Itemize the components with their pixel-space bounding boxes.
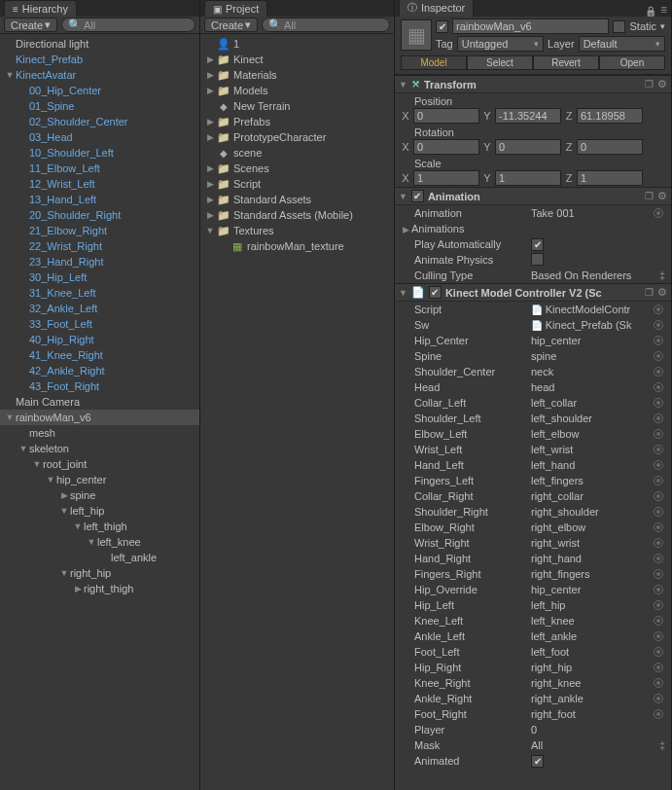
tree-item[interactable]: ▶Standard Assets (Mobile) — [200, 207, 394, 223]
expand-arrow-icon[interactable]: ▼ — [18, 444, 29, 453]
object-picker-icon[interactable] — [654, 491, 663, 501]
object-picker-icon[interactable] — [654, 476, 663, 485]
property-value[interactable]: left_elbow — [531, 428, 650, 440]
rot-z-input[interactable] — [577, 139, 643, 155]
object-picker-icon[interactable] — [654, 538, 663, 548]
tree-item[interactable]: 30_Hip_Left — [0, 269, 199, 285]
tree-item[interactable]: 11_Elbow_Left — [0, 161, 199, 176]
object-picker-icon[interactable] — [654, 398, 663, 408]
object-picker-icon[interactable] — [654, 460, 663, 470]
help-icon[interactable]: ❐ — [645, 287, 654, 298]
tree-item[interactable]: 20_Shoulder_Right — [0, 207, 199, 223]
property-value[interactable]: 📄 KinectModelContr — [531, 304, 650, 315]
tree-item[interactable]: 10_Shoulder_Left — [0, 145, 199, 161]
object-picker-icon[interactable] — [654, 600, 663, 610]
tree-item[interactable]: 12_Wrist_Left — [0, 176, 199, 192]
property-value[interactable]: right_wrist — [531, 537, 650, 549]
expand-arrow-icon[interactable]: ▶ — [204, 132, 216, 142]
tree-item[interactable]: 42_Ankle_Right — [0, 363, 199, 378]
property-value[interactable]: right_elbow — [531, 521, 650, 533]
tree-item[interactable]: mesh — [0, 425, 199, 441]
tree-item[interactable]: ▶PrototypeCharacter — [200, 129, 394, 145]
tree-item[interactable]: ▼KinectAvatar — [0, 67, 199, 83]
object-picker-icon[interactable] — [654, 616, 663, 626]
foldout-arrow-icon[interactable]: ▼ — [399, 80, 407, 90]
property-value[interactable]: All‡ — [531, 739, 665, 751]
tree-item[interactable]: ▶Prefabs — [200, 114, 394, 129]
tree-item[interactable]: ▼right_hip — [0, 565, 199, 581]
property-value[interactable]: spine — [531, 350, 650, 362]
object-picker-icon[interactable] — [654, 367, 663, 377]
object-picker-icon[interactable] — [654, 351, 663, 361]
property-value[interactable]: left_collar — [531, 397, 650, 409]
property-value[interactable]: left_foot — [531, 646, 650, 658]
project-search-input[interactable]: 🔍 All — [262, 18, 390, 32]
gear-icon[interactable] — [657, 78, 667, 90]
expand-arrow-icon[interactable]: ▶ — [204, 163, 216, 173]
expand-arrow-icon[interactable]: ▼ — [58, 568, 70, 578]
foldout-arrow-icon[interactable]: ▼ — [399, 288, 407, 298]
tree-item[interactable]: 31_Knee_Left — [0, 285, 199, 301]
property-value[interactable] — [531, 253, 665, 268]
object-picker-icon[interactable] — [654, 445, 663, 454]
tree-item[interactable]: ▼hip_center — [0, 472, 199, 487]
property-value[interactable]: left_wrist — [531, 444, 650, 455]
expand-arrow-icon[interactable]: ▶ — [204, 70, 216, 80]
property-value[interactable]: right_foot — [531, 708, 650, 720]
expand-arrow-icon[interactable]: ▶ — [204, 195, 216, 204]
property-value[interactable]: left_shoulder — [531, 413, 650, 424]
object-picker-icon[interactable] — [654, 305, 663, 314]
tree-item[interactable]: ▼Textures — [200, 223, 394, 238]
expand-arrow-icon[interactable]: ▼ — [58, 506, 70, 516]
tree-item[interactable]: ▼left_knee — [0, 534, 199, 550]
enabled-checkbox[interactable]: ✔ — [436, 20, 448, 33]
gameobject-icon[interactable]: ▦ — [401, 19, 432, 51]
object-picker-icon[interactable] — [654, 320, 663, 330]
animation-enabled-checkbox[interactable]: ✔ — [411, 190, 424, 202]
object-picker-icon[interactable] — [654, 336, 663, 345]
checkbox[interactable] — [531, 253, 544, 266]
object-picker-icon[interactable] — [654, 569, 663, 579]
scale-z-input[interactable] — [577, 170, 643, 186]
property-value[interactable]: right_fingers — [531, 568, 650, 580]
tree-item[interactable]: Directional light — [0, 36, 199, 52]
transform-header[interactable]: ▼ ⤧ Transform ❐ — [395, 75, 671, 93]
tree-item[interactable]: 22_Wrist_Right — [0, 238, 199, 254]
property-value[interactable]: Based On Renderers‡ — [531, 269, 665, 281]
static-checkbox[interactable] — [613, 20, 625, 33]
tree-item[interactable]: 13_Hand_Left — [0, 192, 199, 207]
tree-item[interactable]: 21_Elbow_Right — [0, 223, 199, 238]
expand-arrow-icon[interactable]: ▶ — [204, 117, 216, 126]
expand-arrow-icon[interactable]: ▼ — [45, 475, 56, 485]
tree-item[interactable]: ▼rainbowMan_v6 — [0, 410, 199, 425]
object-picker-icon[interactable] — [654, 554, 663, 563]
expand-arrow-icon[interactable]: ▶ — [204, 86, 216, 95]
tree-item[interactable]: ▶Materials — [200, 67, 394, 83]
tree-item[interactable]: 👤1 — [200, 36, 394, 52]
tree-item[interactable]: 23_Hand_Right — [0, 254, 199, 269]
hierarchy-tree[interactable]: Directional lightKinect_Prefab▼KinectAva… — [0, 34, 199, 790]
tree-item[interactable]: ▼root_joint — [0, 456, 199, 472]
tree-item[interactable]: ▶Standard Assets — [200, 192, 394, 207]
kinect-enabled-checkbox[interactable]: ✔ — [429, 286, 442, 299]
hierarchy-tab[interactable]: ≡ Hierarchy — [4, 0, 77, 17]
object-picker-icon[interactable] — [654, 663, 663, 672]
property-value[interactable]: right_shoulder — [531, 506, 650, 518]
tree-item[interactable]: New Terrain — [200, 98, 394, 114]
animation-header[interactable]: ▼ ✔ Animation ❐ — [395, 187, 671, 205]
expand-arrow-icon[interactable]: ▼ — [4, 70, 16, 80]
expand-arrow-icon[interactable]: ▶ — [204, 210, 216, 220]
property-value[interactable]: neck — [531, 366, 650, 377]
tree-item[interactable]: left_ankle — [0, 550, 199, 565]
property-value[interactable]: left_hip — [531, 599, 650, 611]
hierarchy-search-input[interactable]: 🔍 All — [61, 18, 195, 32]
expand-arrow-icon[interactable]: ▶ — [204, 54, 216, 64]
tree-item[interactable]: ▼left_thigh — [0, 519, 199, 534]
pos-x-input[interactable] — [413, 108, 479, 124]
help-icon[interactable]: ❐ — [645, 191, 654, 201]
tree-item[interactable]: 33_Foot_Left — [0, 316, 199, 332]
property-value[interactable]: left_knee — [531, 615, 650, 627]
tree-item[interactable]: ▼left_hip — [0, 503, 199, 519]
property-value[interactable]: left_fingers — [531, 475, 650, 486]
property-value[interactable]: left_ankle — [531, 630, 650, 642]
